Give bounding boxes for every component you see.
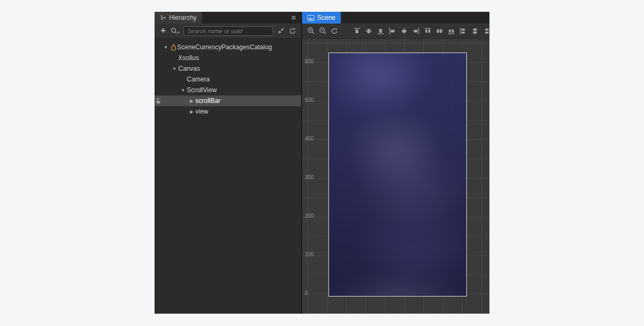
zoom-out-icon[interactable] [318,26,327,36]
tabbar-spacer [202,12,286,24]
scene-content[interactable] [328,53,467,297]
hierarchy-panel: Hierarchy ≡ + [155,12,302,314]
flame-icon [170,44,177,51]
refresh-icon[interactable] [288,26,297,36]
ruler-label: 400 [305,136,314,142]
distribute-v-center-icon[interactable] [435,26,444,36]
tree-item-Camera[interactable]: Camera [155,74,301,85]
hierarchy-toolbar: + [155,24,301,39]
align-top-icon[interactable] [353,26,361,36]
tab-hierarchy-label: Hierarchy [169,14,196,21]
tree-item-scrollBar[interactable]: ▶scrollBar [155,95,301,106]
align-h-center-icon[interactable] [400,26,408,36]
caret-right-icon[interactable]: ▶ [188,99,195,103]
tree-item-SceneCurrencyPackagesCatalog[interactable]: ▼SceneCurrencyPackagesCatalog [155,42,301,53]
caret-down-icon[interactable]: ▼ [171,66,178,71]
distribute-top-icon[interactable] [423,26,432,36]
tree-item-label: view [195,108,208,115]
tree-item-label: Canvas [178,65,200,72]
search-input[interactable] [184,26,273,36]
align-tools-group [353,26,491,36]
rotate-view-icon[interactable] [330,26,339,36]
hierarchy-tree: ▼SceneCurrencyPackagesCatalogXsollus▼Can… [155,39,301,314]
tree-item-Xsollus[interactable]: Xsollus [155,53,301,63]
ruler-label: 600 [305,59,314,64]
align-bottom-icon[interactable] [376,26,385,36]
add-node-button[interactable]: + [159,25,167,36]
tree-item-ScrollView[interactable]: ▼ScrollView [155,85,301,95]
tree-item-label: scrollBar [195,97,221,105]
caret-down-icon[interactable]: ▼ [179,88,187,93]
caret-down-icon[interactable]: ▼ [162,45,170,50]
tree-item-label: ScrollView [187,86,217,94]
distribute-right-icon[interactable] [482,26,491,36]
search-filter-icon[interactable] [171,26,180,36]
editor-window: Hierarchy ≡ + [155,12,489,314]
scene-image-icon [308,15,314,21]
zoom-in-icon[interactable] [306,26,315,36]
collapse-all-icon[interactable] [276,26,285,36]
distribute-bottom-icon[interactable] [447,26,456,36]
distribute-h-center-icon[interactable] [471,26,479,36]
tab-scene-label: Scene [317,14,335,21]
align-right-icon[interactable] [412,26,420,36]
align-left-icon[interactable] [388,26,397,36]
tree-item-view[interactable]: ▶view [155,106,301,117]
tree-item-label: SceneCurrencyPackagesCatalog [177,43,272,51]
scene-preview-image [328,53,467,297]
hierarchy-tree-icon [160,14,166,21]
tree-item-label: Xsollus [178,54,199,62]
panel-menu-icon[interactable]: ≡ [286,12,301,24]
align-v-center-icon[interactable] [364,26,373,36]
ruler-label: 0 [305,291,308,296]
scene-toolbar [302,24,489,39]
caret-right-icon[interactable]: ▶ [188,109,195,114]
hierarchy-tabbar: Hierarchy ≡ [155,12,301,24]
ruler-label: 500 [305,98,314,103]
scene-tabbar: Scene [302,12,489,24]
tab-hierarchy[interactable]: Hierarchy [155,12,202,24]
tab-scene[interactable]: Scene [302,12,341,24]
distribute-left-icon[interactable] [459,26,467,36]
scene-panel: Scene [302,12,489,314]
tree-item-label: Camera [187,76,210,83]
ruler-label: 100 [305,252,314,257]
unlock-icon [155,98,162,104]
ruler-label: 300 [305,175,314,180]
tree-item-Canvas[interactable]: ▼Canvas [155,63,301,74]
scene-canvas[interactable]: 6005004003002001000 [302,39,489,314]
ruler-label: 200 [305,213,314,219]
